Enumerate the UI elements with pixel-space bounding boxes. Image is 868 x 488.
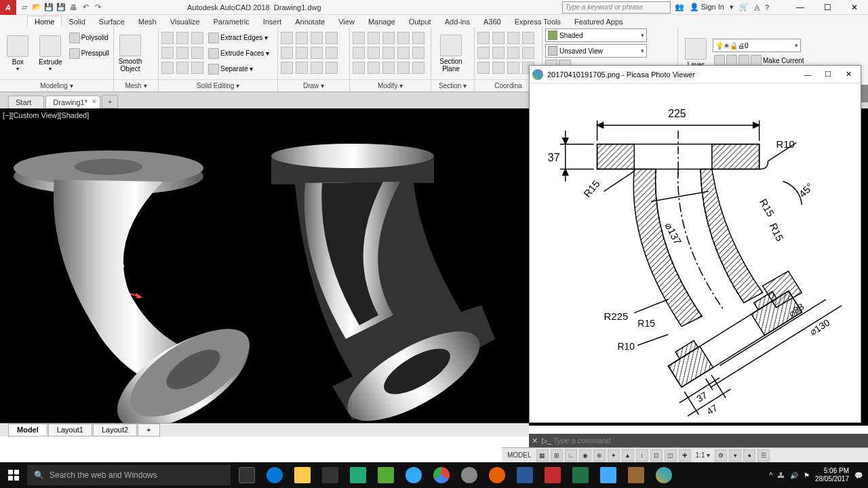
tray-volume-icon[interactable]: 🔊 [790,472,798,479]
se-icon[interactable] [161,32,174,44]
tray-flag-icon[interactable]: ⚑ [804,472,810,479]
panel-mesh-label[interactable]: Mesh ▾ [114,79,158,92]
tab-manage[interactable]: Manage [361,16,402,27]
extrude-button[interactable]: Extrude▾ [35,30,66,77]
mod-icon[interactable] [353,62,365,74]
status-gear-icon[interactable]: ⚙ [715,449,727,462]
tray-network-icon[interactable]: 🖧 [778,472,785,479]
chrome-icon[interactable] [428,462,455,488]
coord-icon[interactable] [477,32,490,44]
qat-open-icon[interactable]: 📂 [31,2,42,13]
taskbar-search[interactable]: 🔍 Search the web and Windows [27,465,231,485]
status-icon[interactable]: ∟ [565,449,577,462]
se-icon[interactable] [176,47,189,59]
section-plane-button[interactable]: Section Plane [434,30,468,77]
se-icon[interactable] [176,62,189,74]
tab-surface[interactable]: Surface [92,16,132,27]
app-icon[interactable] [623,462,650,488]
picasa-maximize-button[interactable]: ☐ [818,68,837,81]
coord-icon[interactable] [492,32,505,44]
draw-icon[interactable] [296,47,308,59]
edge-icon[interactable] [261,462,288,488]
coord-icon[interactable] [477,47,490,59]
status-icon[interactable]: ↕ [636,449,648,462]
mesh-opt3-icon[interactable] [146,59,155,68]
status-icon[interactable]: ✚ [679,449,691,462]
layout-add[interactable]: + [138,424,159,436]
layout-2[interactable]: Layout2 [93,424,137,436]
tab-addins[interactable]: Add-ins [438,16,477,27]
se-icon[interactable] [191,32,203,44]
se-icon[interactable] [161,62,174,74]
mod-icon[interactable] [353,32,365,44]
mod-icon[interactable] [368,47,380,59]
mod-icon[interactable] [382,47,395,59]
status-icon[interactable]: ✦ [608,449,620,462]
status-scale[interactable]: 1:1 ▾ [693,451,713,460]
draw-icon[interactable] [326,47,338,59]
signin-link[interactable]: 👤 Sign In [690,3,724,12]
draw-icon[interactable] [311,62,323,74]
coord-icon[interactable] [522,32,534,44]
draw-icon[interactable] [326,32,338,44]
tab-solid[interactable]: Solid [62,16,92,27]
qat-saveas-icon[interactable]: 💾 [56,2,66,13]
mod-icon[interactable] [397,62,410,74]
picasa-viewport[interactable]: 225 37 [530,83,861,421]
mod-icon[interactable] [412,32,425,44]
layout-model[interactable]: Model [8,424,47,436]
status-grid-icon[interactable]: ▦ [536,449,549,462]
panel-section-label[interactable]: Section ▾ [431,79,474,92]
draw-icon[interactable] [281,62,293,74]
coord-icon[interactable] [507,47,519,59]
status-icon[interactable]: ▲ [622,449,634,462]
tab-mesh[interactable]: Mesh [132,16,163,27]
status-icon[interactable]: ⊞ [551,449,563,462]
draw-icon[interactable] [311,47,323,59]
tab-view[interactable]: View [332,16,361,27]
se-icon[interactable] [191,62,203,74]
status-icon[interactable]: ⊡ [650,449,663,462]
status-model[interactable]: MODEL [505,451,534,460]
notification-icon[interactable]: 💬 [854,472,863,479]
panel-solidedit-label[interactable]: Solid Editing ▾ [159,79,277,92]
app-icon[interactable] [344,462,372,488]
app-icon[interactable] [372,462,399,488]
qat-undo-icon[interactable]: ↶ [80,2,91,13]
tab-start[interactable]: Start [8,96,44,108]
draw-icon[interactable] [311,32,323,44]
coord-icon[interactable] [522,47,534,59]
tab-home[interactable]: Home [27,16,62,27]
mod-icon[interactable] [412,47,425,59]
draw-icon[interactable] [281,32,293,44]
coord-icon[interactable] [492,62,505,74]
mod-icon[interactable] [412,62,425,74]
mod-icon[interactable] [397,32,410,44]
draw-icon[interactable] [326,62,338,74]
polysolid-button[interactable]: Polysolid [68,30,111,45]
smooth-object-button[interactable]: Smooth Object [117,30,144,77]
status-icon[interactable]: ⊕ [593,449,606,462]
layer-dropdown[interactable]: 💡☀🔒🖨 0 [713,39,801,52]
tab-a360[interactable]: A360 [477,16,508,27]
app-logo[interactable]: A [0,0,16,15]
connect-icon[interactable]: 👥 [675,3,684,12]
draw-icon[interactable] [281,47,293,59]
tab-express[interactable]: Express Tools [508,16,568,27]
draw-icon[interactable] [296,32,308,44]
picasa-close-button[interactable]: ✕ [839,68,858,81]
mod-icon[interactable] [397,47,410,59]
qat-print-icon[interactable]: 🖶 [68,2,79,13]
panel-modify-label[interactable]: Modify ▾ [350,79,431,92]
qat-save-icon[interactable]: 💾 [43,2,54,13]
box-button[interactable]: Box▾ [3,30,33,77]
picasa-taskbar-icon[interactable] [650,462,677,488]
coord-icon[interactable] [507,32,519,44]
tab-new[interactable]: + [102,95,118,108]
taskview-icon[interactable] [233,462,260,488]
status-icon[interactable]: ◫ [665,449,677,462]
extract-edges-button[interactable]: Extract Edges ▾ [207,30,271,45]
cmd-close-icon[interactable]: ✕ [529,436,540,445]
help-icon[interactable]: ? [765,3,769,12]
excel-icon[interactable] [567,462,594,488]
